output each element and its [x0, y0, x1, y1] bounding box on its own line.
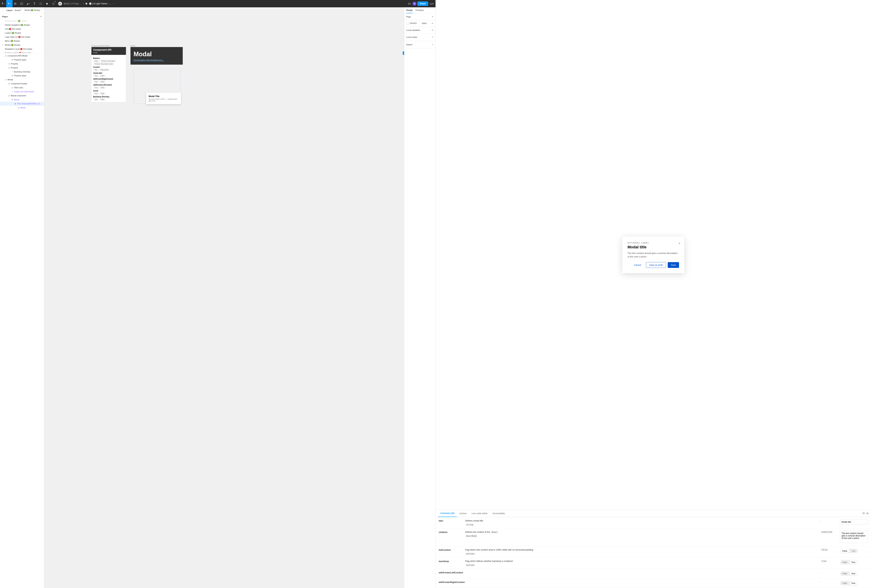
- layer-section[interactable]: ⊟Component API/ Modal: [0, 54, 44, 58]
- add-export-button[interactable]: +: [432, 43, 433, 46]
- file-name-2[interactable]: ⚪ 2.0 Light Theme - …: [89, 3, 111, 5]
- frame-tool-button[interactable]: ▾: [12, 0, 19, 7]
- section-icon: ⊟: [5, 79, 7, 81]
- export-label[interactable]: Export: [406, 43, 413, 46]
- current-page-selector[interactable]: Modal [🟢 Ready] ⌃: [25, 9, 42, 11]
- page-item[interactable]: Navigation-Local [🔴 Not ready]: [0, 47, 44, 51]
- controls-tab[interactable]: Controls (10): [438, 510, 457, 517]
- actions-tab[interactable]: Actions: [457, 510, 469, 517]
- layer-item[interactable]: ◇Forge Icon/ Dark theme: [0, 90, 44, 94]
- color-swatch[interactable]: [406, 22, 409, 25]
- canvas[interactable]: Component API/ Modal Modal Component API…: [44, 7, 404, 588]
- right-panel: Design Prototype Page ⊕ FFFFFF 100% 👁 Lo…: [404, 7, 436, 588]
- storybook-app: OPTIONAL LABEL Modal title × The text co…: [436, 0, 871, 588]
- share-button[interactable]: Share: [418, 1, 428, 6]
- panel-position-icon[interactable]: ⧉: [863, 512, 865, 515]
- boolean-toggle[interactable]: FalseTrue: [840, 571, 858, 576]
- frame-label[interactable]: Modal: [130, 45, 135, 47]
- page-settings-icon[interactable]: ⊕: [432, 15, 433, 18]
- layers-tab[interactable]: Layers: [6, 9, 12, 11]
- move-tool-button[interactable]: ▾: [6, 0, 12, 7]
- cancel-button[interactable]: Cancel: [631, 262, 644, 268]
- page-item-active[interactable]: ✓Modal [🟢 Ready]: [0, 43, 44, 47]
- layer-item[interactable]: ❖Modal: [0, 98, 44, 102]
- documentation-link[interactable]: Documentation: https://confluence.ho…: [134, 59, 180, 61]
- modal-header-frame[interactable]: Modal Documentation: https://confluence.…: [130, 47, 183, 64]
- opacity-value[interactable]: 100%: [422, 22, 427, 24]
- comment-tool-button[interactable]: [50, 0, 57, 7]
- page-item[interactable]: Menu [🟢 Ready]: [0, 39, 44, 43]
- textarea-input[interactable]: The text content should give a concise d…: [840, 531, 868, 543]
- prop-chip: True: [93, 81, 99, 83]
- audio-call-button[interactable]: [406, 0, 413, 7]
- add-style-button[interactable]: +: [432, 36, 433, 39]
- svg-point-10: [41, 3, 42, 3]
- dev-mode-button[interactable]: </>: [429, 1, 434, 6]
- hand-tool-button[interactable]: [44, 0, 50, 7]
- page-item[interactable]: Loader [🟢 Ready]: [0, 31, 44, 35]
- layer-item[interactable]: ⊟Property: [0, 66, 44, 70]
- file-dropdown-icon[interactable]: ▾: [113, 3, 114, 4]
- resources-button[interactable]: [37, 0, 44, 7]
- accessibility-tab[interactable]: Accessibility: [490, 510, 507, 517]
- page-item[interactable]: Global header [🟢 Ready]: [0, 20, 44, 23]
- svg-rect-8: [21, 3, 22, 4]
- close-panel-icon[interactable]: ⊗: [866, 512, 868, 515]
- boolean-toggle[interactable]: FalseTrue: [840, 549, 858, 553]
- layer-item[interactable]: ⊞Property types: [0, 74, 44, 78]
- collaborator-avatar-h[interactable]: H: [58, 2, 62, 6]
- frame-icon: ⊟: [17, 106, 19, 109]
- visibility-icon[interactable]: 👁: [431, 22, 433, 24]
- layer-item[interactable]: ⊞Component header: [0, 82, 44, 86]
- control-input-cell: [840, 519, 868, 524]
- component-icon: ⊞: [8, 82, 10, 85]
- svg-point-11: [40, 4, 40, 5]
- text-tool-button[interactable]: T: [31, 0, 37, 7]
- page-item[interactable]: Global navigation [🟢 Ready]: [0, 23, 44, 27]
- page-item[interactable]: Number control [🔴 Not ready]: [0, 51, 44, 53]
- boolean-toggle[interactable]: FalseTrue: [840, 581, 858, 585]
- api-subtitle: Modal: [93, 52, 124, 54]
- local-styles-label[interactable]: Local styles: [406, 36, 418, 38]
- modal-preview-frame[interactable]: Modal Title The text content of the n… m…: [146, 93, 181, 104]
- page-section-label: Page: [406, 16, 411, 18]
- layer-item-selected[interactable]: ◆Text, showLabel=False, withFooterRigh..…: [0, 102, 44, 106]
- control-input-cell: FalseTrue: [840, 581, 868, 585]
- variables-settings-icon[interactable]: ⚙: [432, 29, 433, 31]
- current-user-avatar[interactable]: A: [413, 2, 416, 6]
- layer-section[interactable]: ⊟Modal: [0, 78, 44, 82]
- file-name-1[interactable]: [Beta] 2.0 Forge …: [64, 3, 81, 5]
- control-default: -: [820, 581, 838, 583]
- api-card-frame[interactable]: Component API Modal ButtonsNonePrimary+S…: [91, 47, 126, 102]
- design-tab[interactable]: Design: [406, 7, 413, 13]
- local-variables-label[interactable]: Local variables: [406, 29, 421, 31]
- layer-item[interactable]: TBackdrop (Overlay): [0, 70, 44, 74]
- layer-item[interactable]: ⊟Modal: [0, 106, 44, 110]
- left-panel: ⌕ Layers Assets Modal [🟢 Ready] ⌃ Pages …: [0, 7, 44, 588]
- layer-item[interactable]: ⊞Property types: [0, 58, 44, 62]
- layer-item[interactable]: ⊟Property: [0, 62, 44, 66]
- color-hex-value[interactable]: FFFFFF: [410, 22, 417, 24]
- shape-tool-button[interactable]: ▾: [19, 0, 25, 7]
- layer-item[interactable]: ⊟Modal component: [0, 94, 44, 98]
- preview-modal-title: Modal Title: [148, 95, 178, 97]
- prototype-tab[interactable]: Prototype: [416, 7, 424, 13]
- figma-menu-button[interactable]: ▾: [0, 0, 6, 7]
- close-icon[interactable]: ×: [678, 241, 681, 245]
- save-button[interactable]: Save: [668, 262, 679, 268]
- assets-tab[interactable]: Assets: [15, 9, 21, 11]
- control-input-cell: The text content should give a concise d…: [840, 531, 868, 543]
- text-input[interactable]: [840, 519, 868, 524]
- pen-tool-button[interactable]: ▾: [25, 0, 31, 7]
- prop-name: Buttons: [93, 57, 124, 59]
- layer-item[interactable]: ⊟Title+Links: [0, 86, 44, 90]
- control-row: backdropFlag which defines whether backd…: [436, 558, 871, 569]
- live-code-tab[interactable]: Live code editor: [469, 510, 490, 517]
- frame-label[interactable]: Component API/ Modal: [91, 45, 109, 47]
- boolean-toggle[interactable]: FalseTrue: [840, 560, 858, 564]
- save-draft-button[interactable]: Save as draft: [646, 262, 666, 268]
- page-item[interactable]: List [🔴 Not ready]: [0, 27, 44, 31]
- page-item[interactable]: Login (Sign in) [🔴 Not ready]: [0, 35, 44, 39]
- search-icon[interactable]: ⌕: [2, 9, 3, 11]
- add-page-button[interactable]: +: [40, 15, 42, 18]
